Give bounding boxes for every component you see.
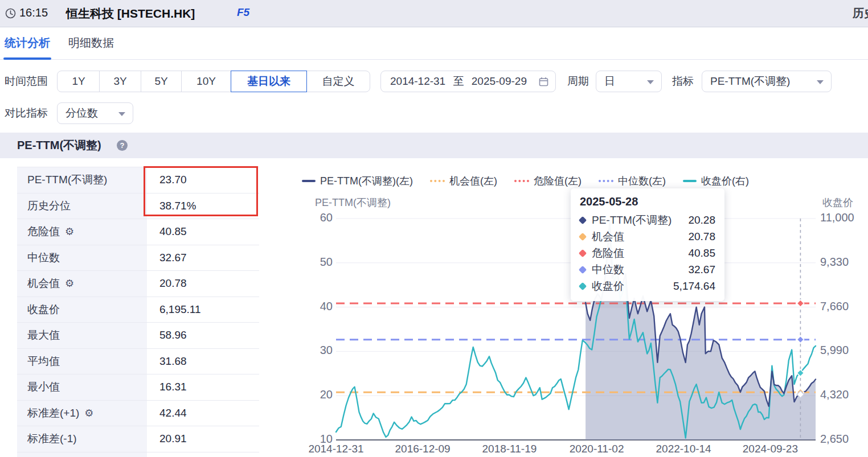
table-row: 平均值31.68 [17, 349, 259, 375]
range-button-自定义[interactable]: 自定义 [306, 71, 370, 92]
stat-label: 最大值 [27, 328, 60, 343]
stat-label: 机会值 [27, 276, 60, 291]
snapshot-time: 16:15 [19, 6, 48, 19]
tooltip-row: 危险值40.85 [580, 245, 715, 261]
stat-value: 6,195.11 [147, 297, 259, 323]
stat-value: 23.70 [147, 167, 259, 193]
stats-table: PE-TTM(不调整)23.70历史分位38.71%危险值⚙40.85中位数32… [17, 167, 259, 457]
right-axis-tick: 9,330 [820, 256, 866, 269]
table-row: 中位数32.67 [17, 245, 259, 271]
gear-icon[interactable]: ⚙ [84, 408, 93, 418]
filter-row-2: 对比指标 分位数 [0, 102, 868, 124]
right-axis-tick: 2,650 [820, 433, 866, 446]
time-range-label: 时间范围 [5, 71, 48, 92]
legend-item[interactable]: 危险值(左) [514, 174, 582, 188]
range-button-5Y[interactable]: 5Y [141, 71, 182, 92]
right-axis-tick: 5,990 [820, 344, 866, 357]
period-label: 周期 [567, 71, 589, 92]
gear-icon[interactable]: ⚙ [65, 278, 74, 289]
legend-item[interactable]: 收盘价(右) [683, 174, 749, 188]
table-row: 机会值⚙20.78 [17, 271, 259, 297]
series-diamond-icon [579, 249, 587, 257]
left-axis-tick: 40 [290, 300, 333, 313]
legend-label: 中位数(左) [618, 174, 666, 188]
legend-label: 危险值(左) [534, 174, 582, 188]
chevron-down-icon [118, 112, 125, 116]
x-axis-tick: 2022-10-14 [656, 443, 711, 455]
compare-metric-select[interactable]: 分位数 [57, 102, 133, 124]
chevron-down-icon [817, 80, 824, 84]
table-row: 收盘价6,195.11 [17, 297, 259, 323]
stat-value: 38.71% [147, 193, 259, 219]
help-icon[interactable]: ? [117, 140, 128, 151]
legend-item[interactable]: 中位数(左) [599, 174, 666, 188]
history-button[interactable]: 历史 [853, 6, 868, 21]
page-title: 恒生科技 [HSTECH.HK] [66, 6, 195, 22]
series-diamond-icon [579, 232, 587, 240]
top-bar: 16:15 恒生科技 [HSTECH.HK] F5 历史 [0, 0, 868, 27]
time-range-button-group: 1Y3Y5Y10Y基日以来自定义 [57, 71, 376, 92]
tab-1[interactable]: 统计分析 [5, 35, 50, 51]
range-button-10Y[interactable]: 10Y [181, 71, 231, 92]
series-diamond-icon [579, 282, 587, 290]
stat-value: 42.44 [147, 401, 259, 426]
tab-2[interactable]: 明细数据 [68, 35, 114, 51]
tab-bar: 统计分析明细数据 [0, 27, 868, 60]
period-value: 日 [604, 75, 615, 87]
left-axis-tick: 50 [290, 256, 333, 269]
stat-value: 16.31 [147, 374, 259, 400]
app-root: 16:15 恒生科技 [HSTECH.HK] F5 历史 统计分析明细数据 时间… [0, 0, 868, 457]
x-axis-tick: 2024-09-23 [743, 443, 798, 455]
metric-value: PE-TTM(不调整) [710, 75, 790, 87]
table-row: 历史分位38.71% [17, 193, 259, 220]
stat-label: 最小值 [27, 380, 60, 394]
table-row: 标准差(-1)20.91 [17, 426, 259, 452]
tooltip-date: 2025-05-28 [580, 195, 715, 208]
x-axis-tick: 2018-11-19 [482, 443, 537, 455]
legend-marker-icon [683, 180, 697, 182]
legend-item[interactable]: PE-TTM(不调整)(左) [302, 174, 413, 188]
table-row: PE-TTM(不调整)23.70 [17, 167, 259, 193]
period-select[interactable]: 日 [596, 71, 662, 92]
right-axis-title: 收盘价 [822, 196, 853, 209]
series-diamond-icon [579, 216, 587, 224]
stat-value: 20.91 [147, 426, 259, 452]
metric-select[interactable]: PE-TTM(不调整) [702, 71, 832, 92]
right-axis-tick: 4,320 [820, 388, 866, 401]
stat-label: 历史分位 [27, 199, 71, 213]
tooltip-row: PE-TTM(不调整)20.28 [580, 212, 715, 228]
clock-icon [5, 8, 16, 19]
refresh-f5-button[interactable]: F5 [237, 6, 249, 19]
legend-item[interactable]: 机会值(左) [430, 174, 497, 188]
chart-tooltip: 2025-05-28 PE-TTM(不调整)20.28机会值20.78危险值40… [571, 188, 724, 301]
table-row: 最大值58.96 [17, 323, 259, 349]
date-range-picker[interactable]: 2014-12-31 至 2025-09-29 [380, 71, 556, 92]
table-row [17, 452, 259, 457]
stat-value: 40.85 [147, 219, 259, 245]
range-button-3Y[interactable]: 3Y [99, 71, 141, 92]
stat-label: 收盘价 [27, 302, 60, 317]
compare-metric-label: 对比指标 [5, 102, 48, 124]
left-axis-tick: 30 [290, 344, 333, 357]
range-button-基日以来[interactable]: 基日以来 [231, 71, 307, 92]
table-row: 标准差(+1)⚙42.44 [17, 401, 259, 427]
stat-label: 标准差(-1) [27, 431, 77, 446]
legend-marker-icon [302, 180, 316, 182]
gear-icon[interactable]: ⚙ [65, 227, 74, 237]
stat-value: 31.68 [147, 349, 259, 374]
stat-label: 中位数 [27, 250, 60, 265]
stat-label: 危险值 [27, 224, 60, 239]
section-title: PE-TTM(不调整) [17, 133, 101, 158]
legend-marker-icon [599, 180, 613, 182]
stat-label: 标准差(+1) [27, 406, 79, 421]
legend-label: 收盘价(右) [701, 174, 749, 188]
stat-value: 32.67 [147, 245, 259, 271]
tooltip-row: 中位数32.67 [580, 261, 715, 278]
right-axis-tick: 11,000 [820, 211, 866, 224]
range-button-1Y[interactable]: 1Y [57, 71, 100, 92]
series-diamond-icon [579, 265, 587, 273]
section-header: PE-TTM(不调整) ? [0, 133, 868, 158]
compare-metric-value: 分位数 [65, 107, 98, 119]
tooltip-row: 收盘价5,174.64 [580, 278, 715, 294]
legend-label: 机会值(左) [449, 174, 497, 188]
